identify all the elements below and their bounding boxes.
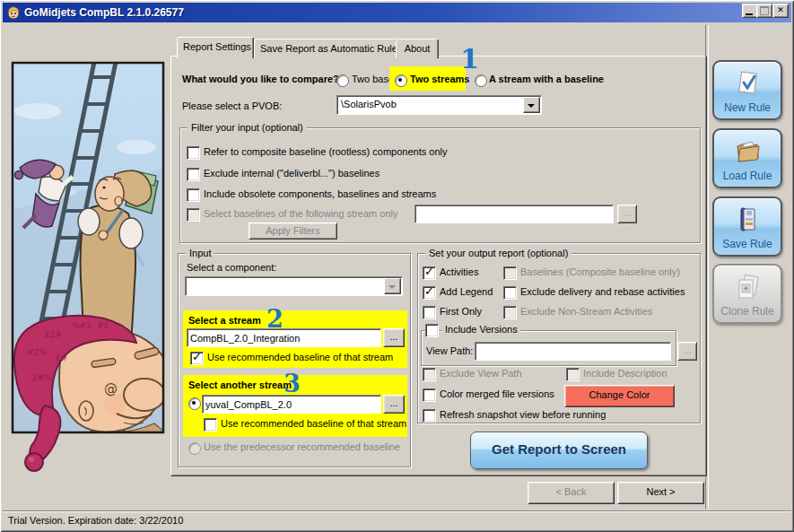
svg-text:@: @ — [104, 380, 118, 397]
checkbox-baselines-composite-label: Baselines (Composite baseline only) — [520, 266, 680, 278]
maximize-icon — [756, 4, 772, 18]
close-icon[interactable]: ✕ — [772, 4, 789, 18]
checkbox-exclude-view-path — [423, 368, 436, 381]
checkbox-add-legend[interactable] — [423, 286, 436, 300]
radio-predecessor-baseline-label: Use the predecessor recommended baseline — [204, 441, 400, 453]
checkbox-exclude-internal[interactable] — [187, 168, 200, 181]
checkbox-refresh-snapshot[interactable] — [423, 409, 436, 423]
view-path-browse-button: ... — [677, 342, 697, 361]
svg-text:£#: £# — [56, 353, 67, 362]
checkbox-composite-only-label[interactable]: Refer to composite baseline (rootless) c… — [204, 146, 447, 158]
checkbox-exclude-delivery[interactable] — [503, 286, 517, 300]
tutorial-marker-3: 3 — [284, 370, 301, 397]
select-stream-label: Select a stream — [188, 315, 261, 327]
stream2-browse-button[interactable]: ... — [383, 395, 405, 414]
checkbox-recommended-stream2-label[interactable]: Use recommended baseline of that stream — [221, 418, 406, 430]
stream1-input[interactable] — [187, 328, 381, 347]
radio-predecessor-baseline — [188, 442, 201, 455]
tutorial-marker-1: 1 — [460, 43, 479, 74]
tab-about[interactable]: About — [396, 39, 439, 58]
checkbox-composite-only[interactable] — [187, 146, 200, 160]
cartoon-illustration: @ #Z%£2#%#2 #£2#%£# — [9, 59, 169, 481]
component-label: Select a component: — [187, 262, 276, 274]
clone-rule-button: Clone Rule — [712, 264, 782, 324]
status-bar: Trial Version. Expiration date: 3/22/201… — [3, 510, 791, 529]
app-window: GoMidjets CompBL 2.1.0.26577 ✕ — [0, 0, 794, 532]
sidebar-divider — [705, 25, 709, 509]
radio-two-baselines[interactable] — [336, 74, 349, 87]
chevron-down-icon — [384, 278, 401, 294]
radio-stream-with-baseline[interactable] — [475, 74, 487, 87]
stream1-browse-button[interactable]: ... — [383, 328, 405, 347]
checkbox-exclude-view-path-label: Exclude View Path — [440, 368, 522, 379]
new-rule-icon — [734, 69, 761, 98]
filter-stream-input[interactable] — [414, 205, 614, 223]
stream2-input[interactable] — [202, 395, 381, 414]
checkbox-include-obsolete[interactable] — [187, 188, 200, 202]
checkbox-include-versions[interactable] — [425, 324, 439, 337]
window-title: GoMidjets CompBL 2.1.0.26577 — [24, 6, 184, 19]
title-bar[interactable]: GoMidjets CompBL 2.1.0.26577 — [3, 3, 791, 22]
new-rule-button[interactable]: New Rule — [712, 60, 782, 120]
clone-rule-icon — [734, 273, 761, 301]
checkbox-baselines-of-stream-label: Select baselines of the following stream… — [204, 208, 397, 220]
checkbox-include-versions-label[interactable]: Include Versions — [442, 324, 520, 336]
load-rule-icon — [732, 137, 763, 166]
checkbox-recommended-stream1-label[interactable]: Use recommended baseline of that stream — [207, 352, 393, 363]
load-rule-button[interactable]: Load Rule — [712, 128, 782, 188]
output-group-title: Set your output report (optional) — [425, 248, 572, 258]
input-group-title: Input — [186, 248, 214, 258]
radio-stream2[interactable] — [188, 397, 201, 410]
checkbox-first-only-label[interactable]: First Only — [440, 306, 482, 318]
checkbox-include-obsolete-label[interactable]: Include obsolete components, baselines a… — [204, 188, 436, 200]
next-button[interactable]: Next > — [617, 482, 704, 504]
checkbox-activities-label[interactable]: Activities — [440, 266, 478, 278]
checkbox-exclude-nonstream — [503, 306, 517, 319]
tab-save-report-rule[interactable]: Save Report as Automatic Rule — [254, 39, 397, 58]
radio-two-streams[interactable] — [395, 74, 407, 87]
checkbox-exclude-delivery-label[interactable]: Exclude delivery and rebase activities — [520, 286, 685, 298]
checkbox-recommended-stream1[interactable] — [190, 352, 204, 365]
compare-question: What would you like to compare? — [182, 74, 339, 85]
checkbox-exclude-nonstream-label: Exclude Non-Stream Activities — [520, 306, 652, 318]
view-path-input[interactable] — [475, 342, 671, 361]
save-rule-button[interactable]: Save Rule — [712, 196, 782, 257]
checkbox-baselines-of-stream — [187, 208, 200, 222]
checkbox-baselines-composite — [503, 266, 517, 280]
checkbox-color-merged[interactable] — [423, 388, 436, 402]
component-combobox — [185, 276, 403, 296]
checkbox-include-description-label: Include Description — [583, 368, 667, 379]
svg-text:2#%: 2#% — [32, 373, 52, 382]
checkbox-color-merged-label[interactable]: Color merged file versions — [440, 388, 554, 400]
chevron-down-icon[interactable] — [523, 97, 540, 113]
checkbox-add-legend-label[interactable]: Add Legend — [440, 286, 493, 298]
save-rule-icon — [734, 205, 761, 234]
checkbox-refresh-snapshot-label[interactable]: Refresh snapshot view before running — [440, 409, 606, 421]
radio-two-streams-label[interactable]: Two streams — [410, 74, 469, 85]
status-text: Trial Version. Expiration date: 3/22/201… — [8, 515, 183, 526]
checkbox-exclude-internal-label[interactable]: Exclude internal ("deliverbl...") baseli… — [204, 168, 380, 179]
pvob-label: Please select a PVOB: — [182, 100, 282, 112]
view-path-label: View Path: — [426, 345, 473, 357]
apply-filters-button: Apply Filters — [249, 222, 337, 240]
back-button: < Back — [528, 482, 615, 504]
filter-group-title: Filter your input (optional) — [188, 122, 307, 133]
pvob-value: \SolarisPvob — [341, 99, 397, 109]
svg-text:%#2: %#2 — [72, 321, 92, 330]
get-report-button[interactable]: Get Report to Screen — [470, 432, 648, 469]
tutorial-marker-2: 2 — [266, 305, 284, 333]
change-color-button[interactable]: Change Color — [564, 385, 675, 407]
pvob-combobox[interactable]: \SolarisPvob — [336, 95, 542, 115]
svg-text:#Z%: #Z% — [27, 348, 48, 357]
select-another-stream-label: Select another stream — [188, 379, 292, 391]
checkbox-recommended-stream2[interactable] — [204, 418, 217, 432]
app-icon — [6, 5, 21, 20]
checkbox-include-description — [566, 368, 580, 381]
svg-text:#£: #£ — [97, 321, 109, 330]
filter-stream-browse-button: ... — [617, 205, 637, 223]
checkbox-first-only[interactable] — [423, 306, 436, 319]
svg-text:£2#: £2# — [45, 330, 62, 339]
tab-report-settings[interactable]: Report Settings — [177, 37, 254, 58]
checkbox-activities[interactable] — [423, 266, 436, 280]
radio-stream-with-baseline-label[interactable]: A stream with a baseline — [489, 74, 604, 85]
